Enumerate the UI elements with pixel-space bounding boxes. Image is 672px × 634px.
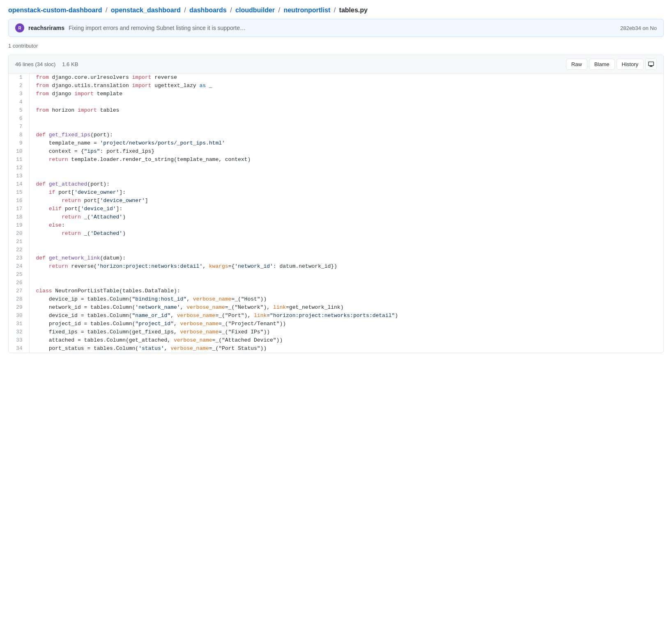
line-number: 30: [9, 312, 29, 320]
line-number: 23: [9, 254, 29, 262]
table-row: 29 network_id = tables.Column('network_n…: [9, 303, 663, 312]
table-row: 23def get_network_link(datum):: [9, 254, 663, 262]
line-code: from django.core.urlresolvers import rev…: [29, 74, 663, 82]
line-number: 22: [9, 246, 29, 254]
table-row: 28 device_ip = tables.Column("binding:ho…: [9, 295, 663, 303]
line-code: [29, 164, 663, 172]
file-lines: 46 lines (34 sloc): [15, 61, 55, 67]
raw-button[interactable]: Raw: [566, 59, 587, 70]
file-meta: 46 lines (34 sloc) 1.6 KB: [15, 61, 78, 67]
line-number: 25: [9, 271, 29, 279]
table-row: 24 return reverse('horizon:project:netwo…: [9, 262, 663, 271]
breadcrumb-dashboards[interactable]: dashboards: [189, 7, 227, 14]
breadcrumb-openstack-dashboard[interactable]: openstack_dashboard: [111, 7, 181, 14]
commit-message: Fixing import errors and removing Subnet…: [69, 25, 246, 31]
file-actions: Raw Blame History: [566, 58, 657, 70]
line-code: [29, 98, 663, 106]
commit-hash: 282eb34 on No: [620, 25, 657, 31]
line-number: 10: [9, 147, 29, 156]
breadcrumb-neutronportlist[interactable]: neutronportlist: [283, 7, 330, 14]
line-code: return template.loader.render_to_string(…: [29, 156, 663, 164]
breadcrumb-filename: tables.py: [339, 7, 368, 14]
table-row: 33 attached = tables.Column(get_attached…: [9, 336, 663, 345]
line-code: if port['device_owner']:: [29, 188, 663, 197]
line-code: from horizon import tables: [29, 106, 663, 115]
line-code: port_status = tables.Column('status', ve…: [29, 345, 663, 353]
line-code: context = {"ips": port.fixed_ips}: [29, 147, 663, 156]
line-code: return _('Attached'): [29, 213, 663, 221]
line-code: [29, 172, 663, 180]
line-code: [29, 115, 663, 123]
table-row: 27class NeutronPortListTable(tables.Data…: [9, 287, 663, 295]
table-row: 9 template_name = 'project/networks/port…: [9, 139, 663, 147]
table-row: 12: [9, 164, 663, 172]
code-table: 1from django.core.urlresolvers import re…: [9, 74, 663, 353]
line-number: 12: [9, 164, 29, 172]
blame-button[interactable]: Blame: [589, 59, 615, 70]
table-row: 21: [9, 238, 663, 246]
line-number: 27: [9, 287, 29, 295]
commit-bar-left: R reachsrirams Fixing import errors and …: [15, 23, 246, 32]
table-row: 2from django.utils.translation import ug…: [9, 82, 663, 90]
line-number: 1: [9, 74, 29, 82]
line-code: project_id = tables.Column("project_id",…: [29, 320, 663, 328]
line-code: class NeutronPortListTable(tables.DataTa…: [29, 287, 663, 295]
line-code: [29, 123, 663, 131]
table-row: 19 else:: [9, 221, 663, 230]
table-row: 30 device_id = tables.Column("name_or_id…: [9, 312, 663, 320]
line-code: fixed_ips = tables.Column(get_fixed_ips,…: [29, 328, 663, 336]
contributor-bar: 1 contributor: [0, 40, 672, 55]
breadcrumb-sep-3: /: [230, 7, 232, 14]
line-number: 19: [9, 221, 29, 230]
line-number: 21: [9, 238, 29, 246]
table-row: 17 elif port['device_id']:: [9, 205, 663, 213]
breadcrumb-openstack-custom-dashboard[interactable]: openstack-custom-dashboard: [8, 7, 102, 14]
line-code: device_ip = tables.Column("binding:host_…: [29, 295, 663, 303]
line-code: return _('Detached'): [29, 230, 663, 238]
line-number: 14: [9, 180, 29, 188]
table-row: 26: [9, 279, 663, 287]
code-container: 1from django.core.urlresolvers import re…: [9, 74, 663, 353]
table-row: 32 fixed_ips = tables.Column(get_fixed_i…: [9, 328, 663, 336]
line-code: return reverse('horizon:project:networks…: [29, 262, 663, 271]
line-number: 6: [9, 115, 29, 123]
breadcrumb-cloudbuilder[interactable]: cloudbuilder: [235, 7, 275, 14]
line-number: 13: [9, 172, 29, 180]
history-button[interactable]: History: [617, 59, 644, 70]
table-row: 20 return _('Detached'): [9, 230, 663, 238]
file-viewer: 46 lines (34 sloc) 1.6 KB Raw Blame Hist…: [8, 55, 664, 353]
line-code: from django.utils.translation import uge…: [29, 82, 663, 90]
breadcrumb-sep-5: /: [334, 7, 336, 14]
line-number: 4: [9, 98, 29, 106]
display-icon[interactable]: [645, 58, 657, 70]
line-code: [29, 238, 663, 246]
table-row: 7: [9, 123, 663, 131]
commit-author[interactable]: reachsrirams: [28, 25, 64, 31]
contributor-count: 1 contributor: [8, 43, 38, 49]
table-row: 34 port_status = tables.Column('status',…: [9, 345, 663, 353]
line-number: 7: [9, 123, 29, 131]
table-row: 11 return template.loader.render_to_stri…: [9, 156, 663, 164]
breadcrumb-sep-4: /: [278, 7, 280, 14]
table-row: 18 return _('Attached'): [9, 213, 663, 221]
table-row: 4: [9, 98, 663, 106]
line-number: 17: [9, 205, 29, 213]
line-code: return port['device_owner']: [29, 197, 663, 205]
line-number: 20: [9, 230, 29, 238]
breadcrumb-sep-1: /: [106, 7, 107, 14]
line-code: [29, 246, 663, 254]
line-code: from django import template: [29, 90, 663, 98]
line-number: 2: [9, 82, 29, 90]
table-row: 16 return port['device_owner']: [9, 197, 663, 205]
line-code: def get_fixed_ips(port):: [29, 131, 663, 139]
line-number: 33: [9, 336, 29, 345]
line-code: [29, 271, 663, 279]
line-number: 18: [9, 213, 29, 221]
line-number: 8: [9, 131, 29, 139]
table-row: 31 project_id = tables.Column("project_i…: [9, 320, 663, 328]
line-number: 34: [9, 345, 29, 353]
line-number: 11: [9, 156, 29, 164]
line-number: 16: [9, 197, 29, 205]
line-number: 26: [9, 279, 29, 287]
line-code: device_id = tables.Column("name_or_id", …: [29, 312, 663, 320]
